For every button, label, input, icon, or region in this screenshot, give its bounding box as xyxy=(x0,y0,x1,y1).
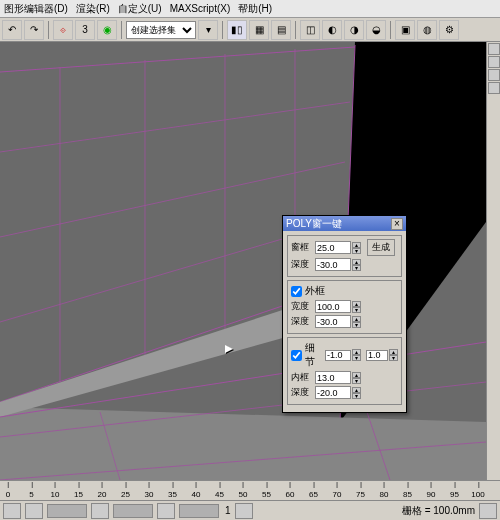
dropdown-arrow[interactable]: ▾ xyxy=(198,20,218,40)
status-num: 1 xyxy=(225,505,231,516)
unlink-button[interactable]: 3 xyxy=(75,20,95,40)
inner-spinner[interactable]: ▴▾ xyxy=(315,371,361,384)
toolbar: ↶ ↷ ⟐ 3 ◉ 创建选择集 ▾ ▮▯ ▦ ▤ ◫ ◐ ◑ ◒ ▣ ◍ ⚙ xyxy=(0,18,500,42)
width-label: 宽度 xyxy=(291,300,313,313)
command-panel xyxy=(486,42,500,480)
depth-label-1: 深度 xyxy=(291,258,313,271)
status-input-2[interactable] xyxy=(113,504,153,518)
modify-tab[interactable] xyxy=(488,56,500,68)
create-tab[interactable] xyxy=(488,43,500,55)
status-button-3[interactable] xyxy=(91,503,109,519)
undo-button[interactable]: ↶ xyxy=(2,20,22,40)
status-input-1[interactable] xyxy=(47,504,87,518)
close-icon[interactable]: × xyxy=(391,218,403,230)
depth-spinner-1[interactable]: ▴▾ xyxy=(315,258,361,271)
status-button-4[interactable] xyxy=(157,503,175,519)
time-ruler[interactable]: 0510152025303540455055606570758085909510… xyxy=(0,481,500,501)
redo-button[interactable]: ↷ xyxy=(24,20,44,40)
hierarchy-tab[interactable] xyxy=(488,69,500,81)
viewport-3d[interactable] xyxy=(0,42,486,480)
width-spinner[interactable]: ▴▾ xyxy=(315,300,361,313)
spinner-snap-button[interactable]: ◒ xyxy=(366,20,386,40)
percent-snap-button[interactable]: ◑ xyxy=(344,20,364,40)
grid-label: 栅格 = 100.0mm xyxy=(402,504,475,518)
timeline[interactable]: 0510152025303540455055606570758085909510… xyxy=(0,480,500,500)
link-button[interactable]: ⟐ xyxy=(53,20,73,40)
separator xyxy=(121,21,122,39)
detail-checkbox[interactable]: 细节 ▴▾ ▴▾ xyxy=(291,341,398,369)
depth-spinner-2[interactable]: ▴▾ xyxy=(315,315,361,328)
snap-button[interactable]: ◫ xyxy=(300,20,320,40)
layers-button[interactable]: ▤ xyxy=(271,20,291,40)
mirror-button[interactable]: ▮▯ xyxy=(227,20,247,40)
depth-label-2: 深度 xyxy=(291,315,313,328)
menu-help[interactable]: 帮助(H) xyxy=(238,2,272,16)
status-bar: 1 栅格 = 100.0mm xyxy=(0,500,500,520)
motion-tab[interactable] xyxy=(488,82,500,94)
menu-render[interactable]: 渲染(R) xyxy=(76,2,110,16)
frame-spinner[interactable]: ▴▾ xyxy=(315,241,361,254)
separator xyxy=(222,21,223,39)
group-frame: 窗框 ▴▾ 生成 深度 ▴▾ xyxy=(287,235,402,277)
menu-graphics-editor[interactable]: 图形编辑器(D) xyxy=(4,2,68,16)
generate-button[interactable]: 生成 xyxy=(367,239,395,256)
status-input-3[interactable] xyxy=(179,504,219,518)
viewport-wireframe xyxy=(0,42,486,480)
poly-window-dialog: POLY窗一键 × 窗框 ▴▾ 生成 深度 ▴▾ 外框 宽度 ▴▾ 深度 ▴▾ xyxy=(282,215,407,413)
bind-button[interactable]: ◉ xyxy=(97,20,117,40)
inner-label: 内框 xyxy=(291,371,313,384)
align-button[interactable]: ▦ xyxy=(249,20,269,40)
dialog-title: POLY窗一键 xyxy=(286,217,342,231)
material-button[interactable]: ◍ xyxy=(417,20,437,40)
menu-maxscript[interactable]: MAXScript(X) xyxy=(170,3,231,14)
separator xyxy=(295,21,296,39)
group-outer: 外框 宽度 ▴▾ 深度 ▴▾ xyxy=(287,280,402,334)
render-setup-button[interactable]: ⚙ xyxy=(439,20,459,40)
frame-label: 窗框 xyxy=(291,241,313,254)
separator xyxy=(390,21,391,39)
separator xyxy=(48,21,49,39)
status-button-2[interactable] xyxy=(25,503,43,519)
status-button-5[interactable] xyxy=(235,503,253,519)
angle-snap-button[interactable]: ◐ xyxy=(322,20,342,40)
menu-customize[interactable]: 自定义(U) xyxy=(118,2,162,16)
selection-set-dropdown[interactable]: 创建选择集 xyxy=(126,21,196,39)
dialog-titlebar[interactable]: POLY窗一键 × xyxy=(283,216,406,231)
group-detail: 细节 ▴▾ ▴▾ 内框 ▴▾ 深度 ▴▾ xyxy=(287,337,402,405)
depth-label-3: 深度 xyxy=(291,386,313,399)
depth-spinner-3[interactable]: ▴▾ xyxy=(315,386,361,399)
outer-frame-checkbox[interactable]: 外框 xyxy=(291,284,398,298)
menu-bar: 图形编辑器(D) 渲染(R) 自定义(U) MAXScript(X) 帮助(H) xyxy=(0,0,500,18)
status-button-1[interactable] xyxy=(3,503,21,519)
named-selection-button[interactable]: ▣ xyxy=(395,20,415,40)
status-button-6[interactable] xyxy=(479,503,497,519)
